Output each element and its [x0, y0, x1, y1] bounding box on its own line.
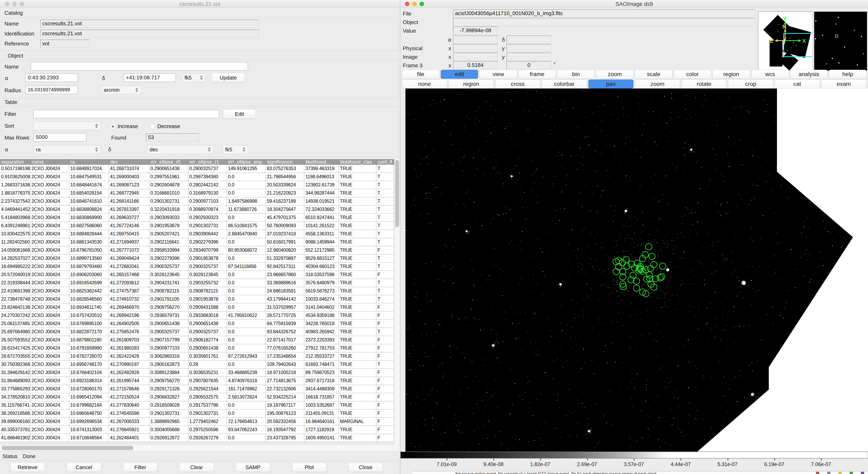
table-cell[interactable]: 10.6822872170: [69, 328, 109, 336]
scrollbar-thumb[interactable]: [395, 160, 399, 227]
table-cell[interactable]: 92.842517311: [266, 263, 304, 271]
table-cell[interactable]: 4558.1363311: [304, 230, 339, 238]
table-cell[interactable]: 0.2904231741: [149, 279, 188, 287]
table-cell[interactable]: 41.265157468: [109, 271, 149, 279]
table-horizontal-scrollbar[interactable]: [0, 445, 400, 451]
table-cell[interactable]: 27.714813675: [266, 377, 304, 385]
table-cell[interactable]: 33.775865293: [0, 385, 30, 393]
column-header[interactable]: likelihood_clas: [339, 159, 376, 165]
region-circle[interactable]: [647, 265, 654, 272]
table-cell[interactable]: 31.394629142: [0, 369, 30, 377]
table-cell[interactable]: TRUE: [339, 434, 376, 442]
region-circle[interactable]: [619, 273, 626, 280]
table-cell[interactable]: T: [376, 287, 394, 295]
table-cell[interactable]: T: [376, 255, 394, 263]
table-cell[interactable]: 2373.2203393: [304, 336, 339, 344]
pan-thumbnail[interactable]: Y N X E: [758, 11, 812, 71]
table-cell[interactable]: 0.2900325737: [188, 328, 227, 336]
menu-color-button[interactable]: color: [674, 70, 711, 79]
table-cell[interactable]: 10.6899713560: [69, 255, 109, 263]
table-cell[interactable]: 41.267813397: [109, 206, 149, 214]
table-cell[interactable]: TRUE: [339, 401, 376, 410]
table-coord-system-select[interactable]: fk5: [222, 145, 248, 154]
table-cell[interactable]: 18.971005218: [266, 369, 304, 377]
table-cell[interactable]: 83.075276353: [266, 165, 304, 173]
table-cell[interactable]: 0.2909756270: [149, 377, 188, 385]
table-cell[interactable]: 0.2901791105: [149, 295, 188, 304]
menu-help-button[interactable]: help: [829, 70, 866, 79]
table-cell[interactable]: 41.795810622: [227, 312, 266, 320]
table-cell[interactable]: 26.571770725: [266, 312, 304, 320]
table-cell[interactable]: 41.268141168: [109, 197, 149, 206]
table-cell[interactable]: 10.6956748170: [69, 361, 109, 369]
table-cell[interactable]: 34.278520810: [0, 393, 30, 401]
table-cell[interactable]: 2CXO J00424: [30, 197, 69, 206]
table-cell[interactable]: 50.760009093: [266, 222, 304, 230]
table-cell[interactable]: 20.592332456: [266, 418, 304, 426]
catalog-table[interactable]: 0.50171981982CXO J0042410.684891702441.2…: [0, 165, 394, 442]
delta-field[interactable]: +41:19:08.717: [124, 73, 176, 82]
table-cell[interactable]: 41.267006333: [109, 418, 149, 426]
column-header[interactable]: significance: [266, 159, 304, 165]
delta-column-select[interactable]: dec: [147, 145, 213, 154]
radius-field[interactable]: 16.0319374999999: [25, 86, 78, 94]
table-cell[interactable]: 2CXO J00424: [30, 344, 69, 352]
table-cell[interactable]: 0.0: [227, 271, 266, 279]
menu-exam-button[interactable]: exam: [821, 79, 866, 89]
table-cell[interactable]: 2CXO J00424: [30, 418, 69, 426]
table-cell[interactable]: F: [376, 352, 394, 361]
column-header[interactable]: name: [30, 159, 69, 165]
table-cell[interactable]: 72.324033662: [304, 206, 339, 214]
table-cell[interactable]: 2CXO J00424: [30, 393, 69, 401]
table-cell[interactable]: 1.2779402462: [188, 418, 227, 426]
table-cell[interactable]: 0.0: [227, 410, 266, 418]
table-cell[interactable]: 20.572040019: [0, 271, 30, 279]
table-cell[interactable]: 41.262484401: [109, 434, 149, 442]
column-header[interactable]: err_ellipse_r0: [149, 159, 188, 165]
table-cell[interactable]: 0.3035601761: [188, 352, 227, 361]
table-cell[interactable]: F: [376, 418, 394, 426]
table-cell[interactable]: 14.059081666: [0, 246, 30, 255]
table-cell[interactable]: 18.304275647: [266, 206, 304, 214]
table-cell[interactable]: 2CXO J00424: [30, 426, 69, 434]
table-cell[interactable]: TRUE: [339, 181, 376, 189]
table-cell[interactable]: 0.2958533994: [149, 246, 188, 255]
menu-region-button[interactable]: region: [448, 79, 494, 89]
filter-button[interactable]: Filter: [123, 463, 158, 472]
table-cell[interactable]: TRUE: [339, 279, 376, 287]
table-cell[interactable]: 41.269049424: [109, 255, 149, 263]
table-cell[interactable]: 23.824842136: [0, 304, 30, 312]
table-cell[interactable]: 4534.9359188: [304, 312, 339, 320]
table-cell[interactable]: 52.934225214: [266, 393, 304, 401]
table-cell[interactable]: 41.272150524: [109, 393, 149, 401]
table-cell[interactable]: 41.274545598: [109, 410, 149, 418]
table-cell[interactable]: 41.272093612: [109, 279, 149, 287]
menu-scale-button[interactable]: scale: [635, 70, 672, 79]
table-cell[interactable]: 0.2902116641: [149, 238, 188, 246]
table-cell[interactable]: TRUE: [339, 189, 376, 197]
region-circle[interactable]: [639, 255, 646, 262]
table-cell[interactable]: 2937.6717318: [304, 377, 339, 385]
table-cell[interactable]: 0.0: [227, 304, 266, 312]
table-cell[interactable]: 10.6879801180: [69, 336, 109, 344]
table-cell[interactable]: TRUE: [339, 263, 376, 271]
table-cell[interactable]: 10.6848441674: [69, 181, 109, 189]
table-cell[interactable]: 22.319338444: [0, 279, 30, 287]
table-cell[interactable]: 25.061137485: [0, 320, 30, 328]
table-cell[interactable]: 28.672703555: [0, 352, 30, 361]
table-cell[interactable]: 45.479701375: [266, 214, 304, 222]
table-cell[interactable]: 0.2900162873: [149, 361, 188, 369]
region-circle[interactable]: [643, 290, 649, 297]
table-cell[interactable]: 0.2926912872: [149, 434, 188, 442]
sort-decrease-radio[interactable]: Decrease: [150, 123, 180, 130]
table-cell[interactable]: 0.2901953878: [149, 222, 188, 230]
table-cell[interactable]: 9529.8815127: [304, 255, 339, 263]
table-cell[interactable]: 24.686183581: [266, 287, 304, 295]
cancel-button[interactable]: Cancel: [67, 463, 101, 472]
table-cell[interactable]: 41.271578646: [109, 385, 149, 393]
column-header[interactable]: likelihood: [304, 159, 339, 165]
table-cell[interactable]: 0.2901953878: [188, 295, 227, 304]
table-cell[interactable]: 0.0: [227, 320, 266, 328]
table-cell[interactable]: 0.0: [227, 189, 266, 197]
sort-select[interactable]: [33, 122, 101, 130]
